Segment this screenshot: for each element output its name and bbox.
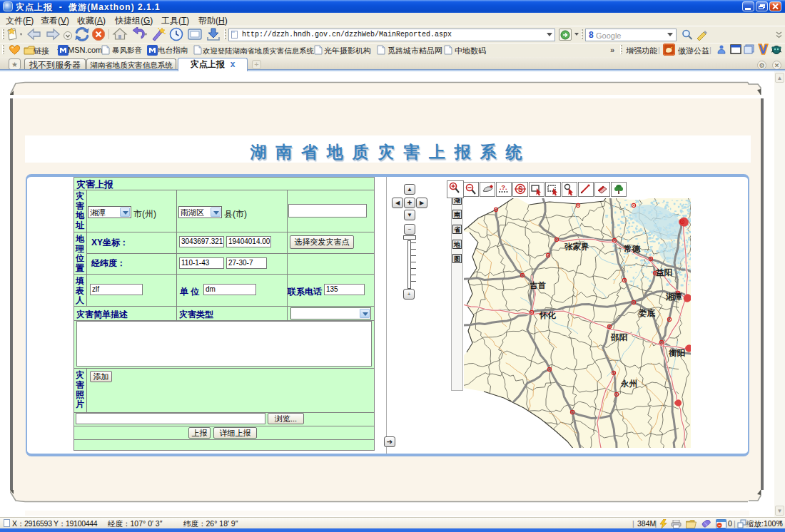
svg-text:衡阳: 衡阳	[668, 349, 685, 357]
svg-text:邵阳: 邵阳	[610, 333, 627, 342]
svg-text:张家界: 张家界	[564, 242, 589, 251]
svg-text:益阳: 益阳	[656, 268, 672, 277]
svg-text:吉首: 吉首	[530, 281, 547, 290]
svg-text:永州: 永州	[620, 379, 637, 388]
svg-text:.?.: .?.	[500, 184, 507, 191]
svg-text:常德: 常德	[624, 245, 641, 253]
svg-text:湘潭: 湘潭	[665, 292, 683, 301]
svg-text:怀化: 怀化	[539, 311, 557, 319]
svg-text:娄底: 娄底	[638, 308, 656, 318]
